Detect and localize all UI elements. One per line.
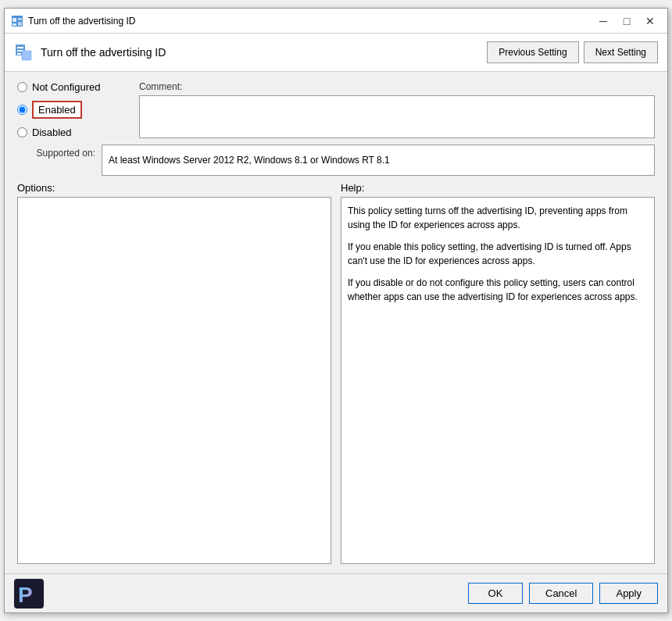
- supported-on-value: At least Windows Server 2012 R2, Windows…: [102, 145, 655, 176]
- disabled-radio[interactable]: [17, 127, 27, 137]
- options-label: Options:: [17, 182, 331, 194]
- not-configured-label: Not Configured: [32, 81, 100, 93]
- comment-section: Comment:: [139, 81, 655, 138]
- title-bar: Turn off the advertising ID ─ □ ✕: [5, 9, 667, 34]
- apply-button[interactable]: Apply: [599, 583, 658, 604]
- disabled-label: Disabled: [32, 127, 72, 138]
- options-section: Options:: [17, 182, 331, 564]
- title-bar-text: Turn off the advertising ID: [28, 16, 592, 27]
- next-setting-button[interactable]: Next Setting: [584, 41, 658, 63]
- two-panel: Options: Help: This policy setting turns…: [17, 182, 655, 564]
- enabled-option[interactable]: Enabled: [17, 101, 127, 119]
- enabled-label: Enabled: [32, 101, 82, 119]
- help-paragraph-3: If you disable or do not configure this …: [348, 276, 648, 304]
- close-button[interactable]: ✕: [639, 12, 661, 30]
- supported-section: Supported on: At least Windows Server 20…: [17, 145, 655, 176]
- not-configured-option[interactable]: Not Configured: [17, 81, 127, 93]
- comment-textarea[interactable]: [139, 95, 655, 138]
- top-section: Not Configured Enabled Disabled Comment:: [17, 81, 655, 138]
- supported-on-label: Supported on:: [17, 145, 95, 159]
- help-label: Help:: [341, 182, 655, 194]
- svg-rect-9: [22, 51, 31, 60]
- svg-rect-1: [13, 18, 16, 22]
- svg-rect-3: [18, 22, 22, 26]
- title-bar-controls: ─ □ ✕: [592, 12, 661, 30]
- svg-rect-6: [17, 47, 23, 48]
- main-window: Turn off the advertising ID ─ □ ✕ Turn o…: [4, 8, 668, 613]
- help-paragraph-1: This policy setting turns off the advert…: [348, 204, 648, 232]
- svg-rect-2: [18, 18, 22, 20]
- maximize-button[interactable]: □: [616, 12, 638, 30]
- previous-setting-button[interactable]: Previous Setting: [487, 41, 578, 63]
- svg-rect-8: [17, 53, 21, 55]
- footer-bar: P OK Cancel Apply: [5, 573, 667, 612]
- policy-icon: [14, 43, 33, 62]
- header-buttons: Previous Setting Next Setting: [487, 41, 658, 63]
- not-configured-radio[interactable]: [17, 82, 27, 92]
- cancel-button[interactable]: Cancel: [529, 583, 593, 604]
- header-title: Turn off the advertising ID: [41, 46, 487, 59]
- radio-group: Not Configured Enabled Disabled: [17, 81, 127, 138]
- svg-text:P: P: [18, 583, 33, 607]
- options-box: [17, 197, 331, 564]
- enabled-radio[interactable]: [17, 105, 27, 115]
- help-box: This policy setting turns off the advert…: [341, 197, 655, 564]
- header-bar: Turn off the advertising ID Previous Set…: [5, 34, 667, 72]
- disabled-option[interactable]: Disabled: [17, 127, 127, 138]
- help-paragraph-2: If you enable this policy setting, the a…: [348, 240, 648, 268]
- help-section: Help: This policy setting turns off the …: [341, 182, 655, 564]
- ok-button[interactable]: OK: [468, 583, 523, 604]
- footer-logo: P: [14, 579, 44, 609]
- content-area: Not Configured Enabled Disabled Comment:…: [5, 72, 667, 573]
- footer-buttons: OK Cancel Apply: [468, 583, 658, 604]
- svg-rect-4: [13, 23, 16, 26]
- comment-label: Comment:: [139, 81, 655, 92]
- minimize-button[interactable]: ─: [592, 12, 614, 30]
- window-icon: [11, 15, 23, 27]
